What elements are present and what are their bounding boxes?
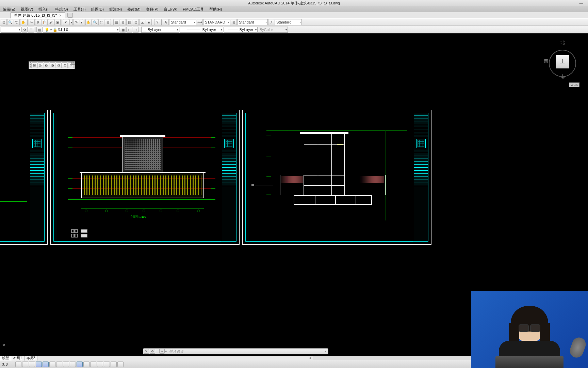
calc-icon[interactable]: ■ <box>146 19 152 25</box>
cmd-close-icon[interactable]: ✕ <box>2 343 5 348</box>
table-style-icon[interactable]: ⊞ <box>231 19 237 25</box>
gear-icon[interactable]: ⚙ <box>21 27 28 33</box>
match-props-icon[interactable]: 🖌 <box>48 19 54 25</box>
workspace-dropdown[interactable] <box>1 27 21 33</box>
view-top-icon[interactable]: ⊞ <box>31 62 37 68</box>
layer-state-icon[interactable]: ▦ <box>120 27 126 33</box>
dyn-toggle[interactable] <box>77 362 83 367</box>
text-style-icon[interactable]: A <box>163 19 169 25</box>
sc-toggle[interactable] <box>104 362 110 367</box>
ducs-toggle[interactable] <box>70 362 76 367</box>
view-right-icon[interactable]: ◑ <box>50 62 55 68</box>
osnap-toggle[interactable] <box>49 362 55 367</box>
paste-icon[interactable]: 📋 <box>42 19 48 25</box>
new-tab-button[interactable] <box>67 13 73 18</box>
table-style-dropdown[interactable]: Standard <box>237 19 268 25</box>
menu-param[interactable]: 参数(P) <box>143 7 161 12</box>
properties-icon[interactable]: ☰ <box>113 19 119 25</box>
mleader-style-icon[interactable]: ↗ <box>268 19 274 25</box>
grid-toggle[interactable] <box>29 362 35 367</box>
hand-icon[interactable]: ✋ <box>85 19 92 25</box>
menu-help[interactable]: 帮助(H) <box>207 7 225 12</box>
close-icon[interactable]: × <box>71 61 75 65</box>
menu-edit[interactable]: 编辑(E) <box>0 7 18 12</box>
command-input[interactable]: 键入命令 <box>167 349 184 354</box>
cut-icon[interactable]: ✂ <box>29 19 35 25</box>
markup-icon[interactable]: ☁ <box>139 19 145 25</box>
pan-icon[interactable]: ✋ <box>20 19 26 25</box>
menu-view[interactable]: 视图(V) <box>18 7 36 12</box>
menu-format[interactable]: 格式(O) <box>52 7 71 12</box>
dim-style-dropdown[interactable]: STANDARD <box>203 19 230 25</box>
qp-toggle[interactable] <box>97 362 103 367</box>
zoom-icon[interactable]: 🔍 <box>92 19 98 25</box>
viewcube-west[interactable]: 西 <box>544 58 548 64</box>
cmd-options-button[interactable]: ⚙ <box>150 349 155 354</box>
drag-handle[interactable] <box>30 62 31 68</box>
redo-icon[interactable]: ↷ <box>73 19 79 25</box>
am-toggle[interactable] <box>111 362 117 367</box>
snap-toggle[interactable] <box>22 362 28 367</box>
view-left-icon[interactable]: ◐ <box>44 62 49 68</box>
designtable-icon[interactable]: ⊞ <box>120 19 126 25</box>
plus-icon[interactable] <box>117 362 124 367</box>
layer-manager-icon[interactable]: ▤ <box>36 27 43 33</box>
expand-icon[interactable]: ▲ <box>324 350 327 353</box>
tool-palette-icon[interactable]: ⊡ <box>133 19 139 25</box>
zoom-extents-icon[interactable]: ⬚ <box>98 19 104 25</box>
layer-match-icon[interactable]: ⇥ <box>133 27 139 33</box>
otrack-toggle[interactable] <box>63 362 69 367</box>
zoom-scale-icon[interactable]: ⊞ <box>105 19 111 25</box>
undo-dd-icon[interactable]: ▾ <box>69 19 73 25</box>
close-icon[interactable]: ✕ <box>59 14 62 17</box>
layer-dropdown[interactable]: 💡 ☀ 🔓 🖶 0 <box>43 27 119 33</box>
block-icon[interactable]: ▣ <box>54 19 61 25</box>
menu-modify[interactable]: 修改(M) <box>125 7 143 12</box>
minimize-button[interactable]: — <box>578 0 585 6</box>
undo-icon[interactable]: ↶ <box>63 19 69 25</box>
view-cube[interactable]: 北 上 西 南 WCS <box>544 40 581 87</box>
color-dropdown[interactable]: ByLayer <box>141 27 179 33</box>
zoom-previous-icon[interactable]: ⮌ <box>14 19 20 25</box>
help-icon[interactable]: ? <box>154 19 160 25</box>
mleader-style-dropdown[interactable]: Standard <box>275 19 302 25</box>
redo-dd-icon[interactable]: ▾ <box>80 19 83 25</box>
view-iso-icon[interactable]: ◔ <box>56 62 62 68</box>
floating-view-toolbar[interactable]: ⊞ ◎ ◐ ◑ ◔ ⊘ ⟳ × <box>29 61 75 69</box>
view-3d-icon[interactable]: ⊘ <box>62 62 68 68</box>
file-tab[interactable]: 单体-建筑-0315_t3_t3_t3* ✕ <box>10 12 65 18</box>
text-style-dropdown[interactable]: Standard <box>169 19 196 25</box>
menu-draw[interactable]: 绘图(D) <box>88 7 107 12</box>
3dosnap-toggle[interactable] <box>56 362 62 367</box>
dim-style-icon[interactable]: ⟷ <box>197 19 203 25</box>
polar-toggle[interactable] <box>43 362 49 367</box>
viewcube-wcs[interactable]: WCS <box>569 82 579 87</box>
menu-pmcad[interactable]: PMCAD工具 <box>180 7 207 12</box>
view-front-icon[interactable]: ◎ <box>37 62 43 68</box>
copy-icon[interactable]: ⎘ <box>35 19 41 25</box>
layer-prev-icon[interactable]: ⇤ <box>126 27 132 33</box>
tpy-toggle[interactable] <box>90 362 96 367</box>
cmd-close-button[interactable]: ✕ <box>144 349 149 354</box>
zoom-realtime-icon[interactable]: 🔍 <box>7 19 13 25</box>
cmd-prompt-icon[interactable]: ▹ <box>159 349 165 354</box>
menu-annotate[interactable]: 标注(N) <box>107 7 125 12</box>
menu-insert[interactable]: 插入(I) <box>36 7 52 12</box>
zoom-window-icon[interactable]: ⊡ <box>1 19 7 25</box>
sheetset-icon[interactable]: ▤ <box>126 19 132 25</box>
lwt-toggle[interactable] <box>83 362 89 367</box>
tab-layout2[interactable]: 布局2 <box>24 356 38 361</box>
viewcube-face-top[interactable]: 上 <box>556 55 569 68</box>
tab-layout1[interactable]: 布局1 <box>11 356 24 361</box>
ortho-toggle[interactable] <box>36 362 42 367</box>
viewcube-north[interactable]: 北 <box>560 40 565 46</box>
tab-model[interactable]: 模型 <box>0 356 11 361</box>
linetype-dropdown[interactable]: ByLayer <box>180 27 223 33</box>
layer-props-icon[interactable]: ☰ <box>28 27 34 33</box>
command-line[interactable]: ✕ ⚙ ▹ ▾ 键入命令 ▲ <box>143 348 328 354</box>
lineweight-dropdown[interactable]: ByLayer <box>224 27 258 33</box>
menu-window[interactable]: 窗口(W) <box>161 7 180 12</box>
viewcube-south[interactable]: 南 <box>560 74 565 80</box>
menu-tools[interactable]: 工具(T) <box>71 7 88 12</box>
infer-constraints-toggle[interactable] <box>15 362 21 367</box>
